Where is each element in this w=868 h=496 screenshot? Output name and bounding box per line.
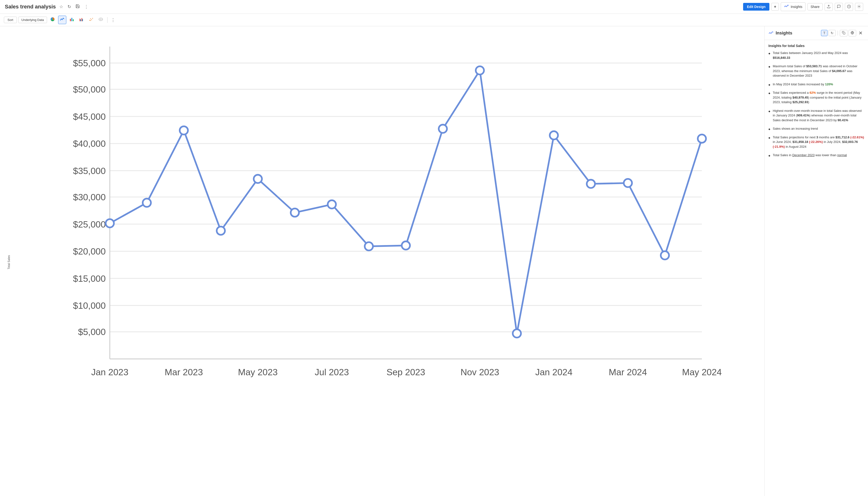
insight-item-4: ◆ Total Sales experienced a 62% surge in… bbox=[768, 90, 864, 105]
chart-type-pie-button[interactable] bbox=[48, 16, 57, 24]
svg-rect-7 bbox=[71, 18, 72, 21]
insights-section-title: Insights for total Sales bbox=[768, 44, 864, 48]
data-point-1[interactable] bbox=[143, 199, 151, 207]
toolbar-more-button[interactable]: ⋮ bbox=[110, 16, 116, 24]
data-point-4[interactable] bbox=[254, 175, 262, 183]
sort-button[interactable]: Sort bbox=[4, 17, 17, 23]
svg-text:Jan 2024: Jan 2024 bbox=[535, 367, 573, 377]
svg-text:$45,000: $45,000 bbox=[73, 112, 106, 122]
underlying-data-button[interactable]: Underlying Data bbox=[18, 17, 47, 23]
data-point-2[interactable] bbox=[180, 126, 188, 135]
bar-chart-icon bbox=[70, 17, 74, 22]
insight-item-5: ◆ Highest month-over-month increase in t… bbox=[768, 108, 864, 123]
main-container: Total Sales .grid-line { stroke: #e8e8e8… bbox=[0, 26, 868, 496]
insight-diamond-4: ◆ bbox=[768, 91, 770, 95]
add-button[interactable]: + bbox=[771, 3, 779, 11]
svg-text:Mar 2024: Mar 2024 bbox=[609, 367, 647, 377]
chart-type-grouped-bar-button[interactable] bbox=[77, 16, 86, 24]
chart-type-map-button[interactable] bbox=[97, 16, 105, 24]
svg-point-0 bbox=[786, 6, 786, 7]
data-point-6[interactable] bbox=[328, 200, 336, 208]
svg-text:$35,000: $35,000 bbox=[73, 166, 106, 176]
data-point-13[interactable] bbox=[587, 180, 595, 188]
insight-diamond-5: ◆ bbox=[768, 109, 770, 113]
data-point-7[interactable] bbox=[365, 242, 373, 250]
share-button[interactable]: Share bbox=[807, 3, 823, 10]
insight-text-6: Sales shows an increasing trend bbox=[773, 126, 818, 131]
svg-point-14 bbox=[90, 18, 91, 19]
data-point-14[interactable] bbox=[624, 179, 632, 187]
insights-icon bbox=[784, 4, 789, 10]
svg-rect-10 bbox=[80, 19, 81, 21]
page-title: Sales trend analysis bbox=[5, 4, 56, 10]
scatter-chart-icon bbox=[89, 17, 94, 22]
insight-diamond-8: ◆ bbox=[768, 154, 770, 157]
svg-text:May 2023: May 2023 bbox=[238, 367, 278, 377]
data-point-11[interactable] bbox=[513, 329, 521, 337]
data-point-5[interactable] bbox=[291, 208, 299, 217]
svg-rect-12 bbox=[82, 19, 83, 21]
favorite-button[interactable]: ☆ bbox=[58, 3, 64, 10]
svg-rect-11 bbox=[81, 18, 82, 21]
header-right: Edit Design + Insights Share bbox=[743, 2, 863, 11]
insights-refresh-button[interactable]: ↻ bbox=[828, 30, 836, 36]
chart-inner: .grid-line { stroke: #e8e8e8; stroke-wid… bbox=[18, 30, 760, 494]
data-point-10[interactable] bbox=[476, 66, 484, 75]
insights-globe-button[interactable] bbox=[849, 30, 856, 36]
svg-rect-6 bbox=[70, 19, 71, 21]
insights-text-format-button[interactable]: T bbox=[821, 30, 827, 36]
svg-point-16 bbox=[92, 18, 93, 19]
svg-text:Jan 2023: Jan 2023 bbox=[91, 367, 128, 377]
insight-item-2: ◆ Maximum total Sales of $53,583.71 was … bbox=[768, 64, 864, 78]
map-chart-icon bbox=[98, 17, 103, 22]
svg-text:$30,000: $30,000 bbox=[73, 192, 106, 202]
insights-copy-button[interactable] bbox=[840, 30, 848, 36]
insights-close-button[interactable]: ✕ bbox=[857, 30, 864, 36]
refresh-button[interactable]: ↻ bbox=[66, 3, 72, 10]
insight-diamond-3: ◆ bbox=[768, 83, 770, 87]
chart-type-line-button[interactable] bbox=[58, 16, 66, 24]
insight-item-8: ◆ Total Sales in December 2023 was lower… bbox=[768, 153, 864, 158]
edit-design-button[interactable]: Edit Design bbox=[743, 3, 770, 11]
data-point-15[interactable] bbox=[661, 251, 669, 259]
insight-text-3: In May 2024 total Sales increased by 120… bbox=[773, 82, 833, 87]
svg-text:$10,000: $10,000 bbox=[73, 300, 106, 311]
upload-button[interactable] bbox=[825, 3, 833, 11]
save-button[interactable] bbox=[75, 3, 81, 11]
svg-text:$40,000: $40,000 bbox=[73, 139, 106, 149]
comment-button[interactable] bbox=[835, 3, 843, 11]
chart-type-scatter-button[interactable] bbox=[87, 16, 95, 24]
data-point-0[interactable] bbox=[106, 219, 114, 227]
history-button[interactable] bbox=[845, 3, 853, 11]
insights-separator bbox=[838, 31, 838, 35]
more-options-button[interactable]: ⋮ bbox=[83, 3, 89, 10]
chart-area: Total Sales .grid-line { stroke: #e8e8e8… bbox=[0, 26, 764, 496]
svg-point-4 bbox=[858, 6, 859, 7]
insight-text-1: Total Sales between January 2023 and May… bbox=[773, 51, 864, 60]
insight-text-4: Total Sales experienced a 62% surge in t… bbox=[773, 90, 864, 105]
svg-point-55 bbox=[771, 32, 772, 33]
data-point-8[interactable] bbox=[402, 242, 410, 250]
data-point-9[interactable] bbox=[439, 125, 447, 133]
svg-point-17 bbox=[90, 20, 91, 21]
data-point-16[interactable] bbox=[698, 135, 706, 143]
globe-icon bbox=[851, 31, 854, 34]
svg-text:Nov 2023: Nov 2023 bbox=[460, 367, 499, 377]
insight-item-6: ◆ Sales shows an increasing trend bbox=[768, 126, 864, 131]
insights-title: Insights bbox=[768, 30, 792, 36]
settings-button[interactable] bbox=[855, 3, 863, 11]
svg-point-54 bbox=[770, 33, 771, 33]
svg-text:Jul 2023: Jul 2023 bbox=[315, 367, 349, 377]
data-point-3[interactable] bbox=[217, 227, 225, 235]
insight-diamond-1: ◆ bbox=[768, 51, 770, 55]
insight-text-8: Total Sales in December 2023 was lower t… bbox=[773, 153, 847, 158]
data-point-12[interactable] bbox=[550, 131, 558, 140]
insights-button[interactable]: Insights bbox=[781, 2, 805, 11]
grouped-bar-icon bbox=[79, 17, 84, 22]
insights-header: Insights T ↻ ✕ bbox=[764, 26, 868, 40]
chart-type-bar-button[interactable] bbox=[68, 16, 76, 24]
insights-panel: Insights T ↻ ✕ Insights for total Sales … bbox=[764, 26, 868, 496]
y-axis-label: Total Sales bbox=[7, 255, 11, 269]
svg-point-13 bbox=[89, 20, 90, 21]
insight-diamond-6: ◆ bbox=[768, 127, 770, 131]
